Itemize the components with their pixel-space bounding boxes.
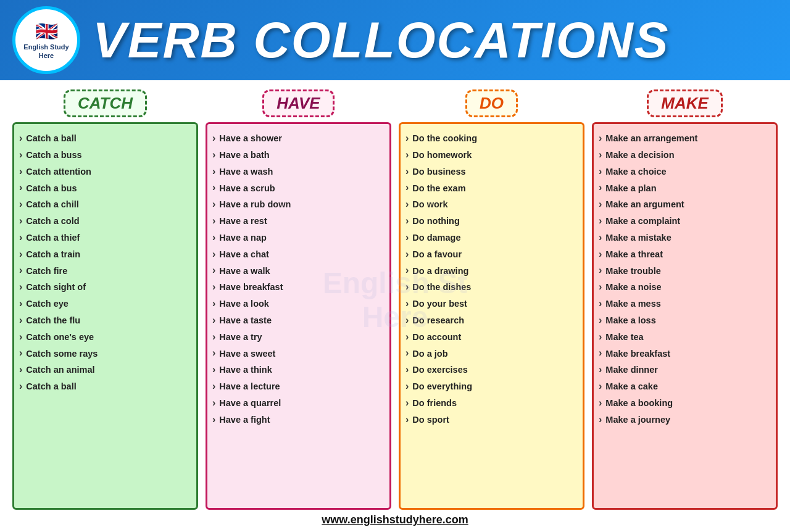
list-item: Make a mistake [599, 230, 771, 246]
list-item: Have a quarrel [212, 395, 385, 412]
list-item: Do sport [405, 412, 578, 428]
list-item: Make a loss [599, 312, 771, 329]
columns-wrapper: English StHere CATCH Catch a ball Catch … [12, 89, 778, 510]
list-item: Make a journey [599, 412, 771, 428]
list-item: Do nothing [405, 213, 578, 230]
list-item: Make dinner [599, 362, 771, 378]
list-item: Do a drawing [405, 262, 578, 279]
list-item: Do friends [405, 395, 578, 412]
list-item: Make a cake [599, 378, 771, 395]
list-item: Do damage [405, 230, 578, 246]
list-item: Make a threat [599, 246, 771, 263]
list-item: Catch a ball [19, 130, 191, 147]
list-item: Do everything [405, 378, 578, 395]
list-item: Do research [405, 312, 578, 329]
list-item: Make an arrangement [599, 130, 771, 147]
list-item: Do account [405, 329, 578, 346]
list-item: Have a scrub [212, 180, 385, 196]
list-item: Make a choice [599, 164, 771, 180]
list-item: Have a bath [212, 147, 385, 164]
catch-label: CATCH [64, 89, 147, 117]
catch-column: CATCH Catch a ball Catch a buss Catch at… [12, 89, 198, 510]
page-title: VERB COLLOCATIONS [93, 11, 669, 69]
list-item: Do a favour [405, 246, 578, 263]
list-item: Do a job [405, 345, 578, 362]
list-item: Do business [405, 164, 578, 180]
list-item: Do homework [405, 147, 578, 164]
list-item: Catch the flu [19, 312, 191, 329]
list-item: Do the exam [405, 180, 578, 196]
list-item: Have a lecture [212, 378, 385, 395]
list-item: Make breakfast [599, 345, 771, 362]
have-list-box: Have a shower Have a bath Have a wash Ha… [206, 122, 391, 510]
list-item: Catch eye [19, 296, 191, 312]
list-item: Catch some rays [19, 345, 191, 362]
do-badge: DO [399, 89, 584, 117]
make-column: MAKE Make an arrangement Make a decision… [592, 89, 778, 510]
list-item: Have a try [212, 329, 385, 346]
list-item: Catch a chill [19, 196, 191, 213]
list-item: Make a complaint [599, 213, 771, 230]
list-item: Have a walk [212, 262, 385, 279]
list-item: Make a noise [599, 279, 771, 296]
list-item: Make a plan [599, 180, 771, 196]
list-item: Have a taste [212, 312, 385, 329]
list-item: Catch sight of [19, 279, 191, 296]
list-item: Have a look [212, 296, 385, 312]
list-item: Make trouble [599, 262, 771, 279]
list-item: Do the dishes [405, 279, 578, 296]
list-item: Have a wash [212, 164, 385, 180]
list-item: Catch a ball [19, 378, 191, 395]
do-label: DO [465, 89, 518, 117]
logo-text: English Study Here [23, 43, 69, 59]
list-item: Do the cooking [405, 130, 578, 147]
header: 🇬🇧 English Study Here VERB COLLOCATIONS [0, 0, 790, 80]
make-list-box: Make an arrangement Make a decision Make… [592, 122, 778, 510]
list-item: Make tea [599, 329, 771, 346]
list-item: Do your best [405, 296, 578, 312]
list-item: Catch a buss [19, 147, 191, 164]
content-area: English StHere CATCH Catch a ball Catch … [0, 80, 790, 532]
list-item: Make an argument [599, 196, 771, 213]
catch-badge: CATCH [12, 89, 198, 117]
list-item: Catch attention [19, 164, 191, 180]
list-item: Have a chat [212, 246, 385, 263]
list-item: Have a fight [212, 412, 385, 428]
have-column: HAVE Have a shower Have a bath Have a wa… [206, 89, 391, 510]
list-item: Do work [405, 196, 578, 213]
list-item: Have a rub down [212, 196, 385, 213]
list-item: Have a rest [212, 213, 385, 230]
list-item: Have a sweet [212, 345, 385, 362]
do-list-box: Do the cooking Do homework Do business D… [399, 122, 584, 510]
list-item: Make a decision [599, 147, 771, 164]
make-badge: MAKE [592, 89, 778, 117]
list-item: Catch one's eye [19, 329, 191, 346]
make-label: MAKE [647, 89, 723, 117]
list-item: Catch a thief [19, 230, 191, 246]
catch-list-box: Catch a ball Catch a buss Catch attentio… [12, 122, 198, 510]
do-column: DO Do the cooking Do homework Do busines… [399, 89, 584, 510]
list-item: Catch a bus [19, 180, 191, 196]
list-item: Catch an animal [19, 362, 191, 378]
list-item: Make a booking [599, 395, 771, 412]
list-item: Catch fire [19, 262, 191, 279]
list-item: Have a nap [212, 230, 385, 246]
list-item: Have a think [212, 362, 385, 378]
logo-flag: 🇬🇧 [35, 20, 58, 42]
list-item: Do exercises [405, 362, 578, 378]
list-item: Make a mess [599, 296, 771, 312]
list-item: Have a shower [212, 130, 385, 147]
list-item: Catch a cold [19, 213, 191, 230]
list-item: Have breakfast [212, 279, 385, 296]
footer-url: www.englishstudyhere.com [12, 510, 778, 529]
have-label: HAVE [262, 89, 334, 117]
list-item: Catch a train [19, 246, 191, 263]
have-badge: HAVE [206, 89, 391, 117]
columns-row: CATCH Catch a ball Catch a buss Catch at… [12, 89, 778, 510]
logo: 🇬🇧 English Study Here [12, 6, 80, 74]
